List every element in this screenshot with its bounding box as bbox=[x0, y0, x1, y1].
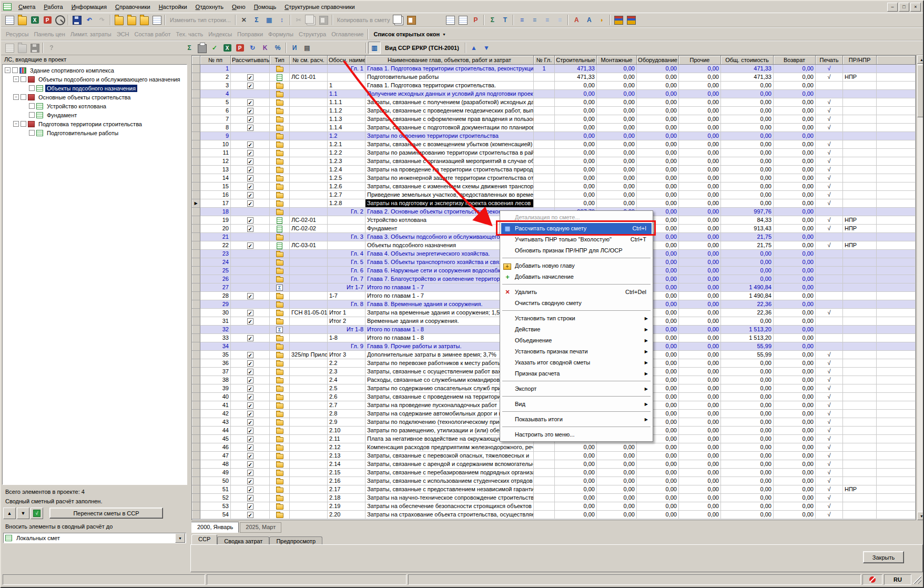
totals-sum-icon[interactable]: Σ bbox=[486, 14, 499, 26]
calculate-checkbox[interactable] bbox=[247, 411, 253, 417]
resource-report-icon[interactable]: Р bbox=[469, 14, 482, 26]
table-row[interactable]: 472.13Затраты, связанные с перевозкой оп… bbox=[192, 452, 916, 460]
table-row[interactable]: 542.20Затраты на страхование объекта стр… bbox=[192, 511, 916, 519]
tree-item-1[interactable]: −Здание спортивного комплекса bbox=[3, 66, 187, 75]
panel-button-8[interactable]: Поправки bbox=[235, 31, 266, 37]
new-document-icon[interactable] bbox=[3, 42, 16, 54]
table-row[interactable]: 161.2.7Приведение земельных участков, пр… bbox=[192, 191, 916, 199]
context-menu-item-7[interactable]: +Добавить начисление bbox=[501, 271, 652, 282]
table-row[interactable]: 1Гл. 1Глава 1. Подготовка территории стр… bbox=[192, 65, 916, 73]
calculate-checkbox[interactable] bbox=[247, 318, 253, 325]
context-menu-item-6[interactable]: +Добавить новую главу bbox=[501, 260, 652, 271]
view-mode-icon[interactable]: ▥ bbox=[368, 42, 381, 54]
indexes-icon[interactable]: И bbox=[288, 42, 301, 54]
minimize-button[interactable]: – bbox=[887, 3, 898, 12]
calculate-checkbox[interactable] bbox=[247, 470, 253, 476]
panel-button-5[interactable]: Состав работ bbox=[132, 31, 174, 37]
insert-target-combo[interactable]: Локальных смет ▼ bbox=[3, 533, 186, 543]
paste-icon[interactable] bbox=[318, 14, 330, 26]
panel-button-9[interactable]: Формулы bbox=[266, 31, 296, 37]
vertical-scrollbar[interactable]: ▲ ▼ bbox=[917, 55, 924, 520]
change-row-type-button[interactable]: Изменить тип строки... bbox=[167, 17, 233, 23]
context-menu-item-25[interactable]: Настроить это меню... bbox=[501, 429, 652, 440]
table-row[interactable]: 81.1.4Затраты, связанные с подготовкой д… bbox=[192, 124, 916, 132]
table-row[interactable]: 141.2.5Затраты по инженерной защите терр… bbox=[192, 174, 916, 183]
tree-item-8[interactable]: Подготовительные работы bbox=[3, 128, 187, 137]
calculate-checkbox[interactable] bbox=[247, 310, 253, 316]
restore-button[interactable]: □ bbox=[899, 3, 909, 12]
keyboard-layout-indicator[interactable]: RU bbox=[884, 574, 911, 585]
font-color-icon[interactable]: А bbox=[570, 14, 583, 26]
table-row[interactable]: 522.18Затраты на научно-техническое сопр… bbox=[192, 494, 916, 502]
tree-item-7[interactable]: −Подготовка территории строительства bbox=[3, 119, 187, 128]
collapse-toggle-icon[interactable]: − bbox=[13, 76, 19, 82]
fill-color-icon[interactable]: А bbox=[583, 14, 595, 26]
tree-item-checkbox[interactable] bbox=[29, 103, 35, 109]
calculate-checkbox[interactable] bbox=[247, 200, 253, 207]
calculate-checkbox[interactable] bbox=[247, 293, 253, 299]
combo-dropdown-button[interactable]: ▼ bbox=[175, 533, 185, 543]
tree-item-checkbox[interactable] bbox=[12, 67, 18, 73]
table-row[interactable]: 462.12Компенсация расходов предприятиям … bbox=[192, 443, 916, 452]
menubar-item-5[interactable]: Настройки bbox=[155, 2, 191, 12]
menubar-item-7[interactable]: Окно bbox=[228, 2, 250, 12]
open-document-icon[interactable] bbox=[16, 42, 28, 54]
table-row[interactable]: 532.19Затраты на обеспечение безопасност… bbox=[192, 502, 916, 511]
scrollbar-thumb[interactable] bbox=[917, 65, 924, 117]
copy-to-estimate-icon[interactable] bbox=[392, 14, 405, 26]
add-estimate-icon[interactable] bbox=[138, 14, 150, 26]
calculate-checkbox[interactable] bbox=[247, 150, 253, 156]
calculate-checkbox[interactable] bbox=[247, 444, 253, 451]
table-row[interactable]: 121.2.3Затраты, связанные с организацией… bbox=[192, 157, 916, 166]
menubar-item-1[interactable]: Смета bbox=[14, 2, 39, 12]
pdf-export-icon[interactable]: P bbox=[41, 14, 54, 26]
table-row[interactable]: 151.2.6Затраты, связанные с изменением с… bbox=[192, 183, 916, 191]
table-row[interactable]: 131.2.4Затраты на проведение на территор… bbox=[192, 166, 916, 174]
panel-button-1[interactable]: Ресурсы bbox=[3, 31, 31, 37]
save-document-icon[interactable] bbox=[28, 42, 41, 54]
close-window-button[interactable]: × bbox=[910, 3, 921, 12]
calculate-checkbox[interactable] bbox=[247, 184, 253, 190]
view-tab-1[interactable]: ССР bbox=[191, 534, 217, 544]
context-menu-item-10[interactable]: Очистить сводную смету bbox=[501, 298, 652, 309]
calculate-checkbox[interactable] bbox=[247, 125, 253, 131]
context-menu-item-23[interactable]: Показывать итоги▶ bbox=[501, 414, 652, 425]
close-button[interactable]: Закрыть bbox=[863, 551, 904, 563]
resize-grip[interactable] bbox=[913, 575, 921, 584]
collapse-toggle-icon[interactable]: − bbox=[13, 121, 19, 127]
table-row[interactable]: ▶171.2.8Затраты на подготовку и эксперти… bbox=[192, 199, 916, 208]
calculate-checkbox[interactable] bbox=[247, 226, 253, 232]
text-part-icon[interactable]: Т bbox=[499, 14, 511, 26]
copy-to-estimate-button[interactable]: Копировать в смету bbox=[334, 17, 393, 23]
table-row[interactable]: 91.2Затраты по освоению территории строи… bbox=[192, 132, 916, 140]
table-row[interactable]: 492.15Затраты, связанные с перебазирован… bbox=[192, 469, 916, 477]
calculate-checkbox[interactable] bbox=[247, 167, 253, 173]
period-tab-1[interactable]: 2000, Январь bbox=[191, 522, 239, 533]
pdf-view-icon[interactable]: P bbox=[233, 42, 246, 54]
palette-icon[interactable]: ◗ bbox=[595, 14, 608, 26]
panel-button-3[interactable]: Лимит. затраты bbox=[68, 31, 114, 37]
calculate-checkbox[interactable] bbox=[247, 453, 253, 459]
calculate-checkbox[interactable] bbox=[247, 242, 253, 249]
collapse-toggle-icon[interactable]: − bbox=[5, 67, 11, 73]
panel-button-6[interactable]: Тех. часть bbox=[173, 31, 206, 37]
sort-rows-icon[interactable]: ↕ bbox=[276, 14, 288, 26]
undo-icon[interactable]: ↶ bbox=[83, 14, 96, 26]
calculate-checkbox[interactable] bbox=[247, 402, 253, 409]
context-menu-item-19[interactable]: Экспорт▶ bbox=[501, 383, 652, 394]
table-row[interactable]: 502.16Затраты, связанные с использование… bbox=[192, 477, 916, 485]
context-menu-item-9[interactable]: ✕УдалитьCtrl+Del bbox=[501, 287, 652, 298]
normative-base-alt-icon[interactable] bbox=[625, 14, 637, 26]
tree-item-4[interactable]: −Основные объекты строительства bbox=[3, 93, 187, 102]
calculate-checkbox[interactable] bbox=[247, 369, 253, 375]
copy-icon[interactable] bbox=[305, 14, 318, 26]
limited-costs-icon[interactable]: % bbox=[271, 42, 284, 54]
move-row-up-icon[interactable]: ▲ bbox=[468, 42, 480, 54]
menubar-item-6[interactable]: Отдохнуть bbox=[191, 2, 228, 12]
calculate-checkbox[interactable] bbox=[247, 116, 253, 123]
scroll-down-icon[interactable]: ▼ bbox=[917, 512, 924, 520]
move-row-down-icon[interactable]: ▼ bbox=[480, 42, 493, 54]
estimate-properties-icon[interactable] bbox=[150, 14, 163, 26]
grid-view-icon[interactable]: ▦ bbox=[263, 14, 276, 26]
calculate-checkbox[interactable] bbox=[247, 175, 253, 181]
